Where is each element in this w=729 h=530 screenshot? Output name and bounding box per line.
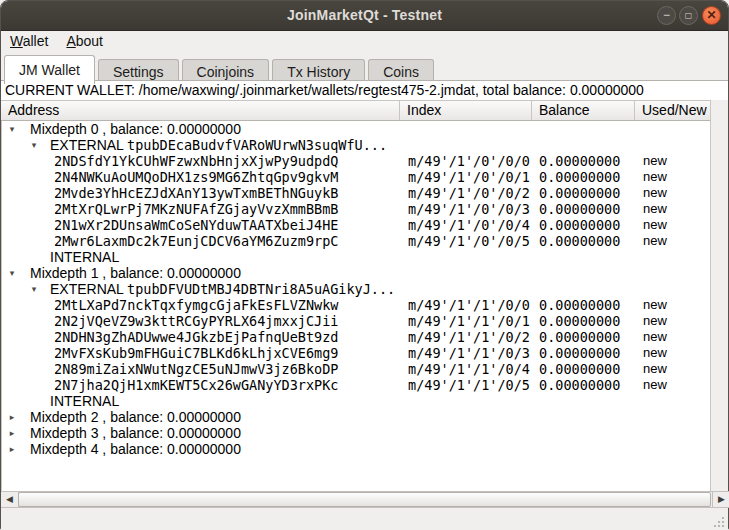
menu-accel: A <box>66 33 75 49</box>
status-value: new <box>643 361 667 377</box>
index-value: m/49'/1'/1'/0/3 <box>408 345 530 361</box>
tree-row-branch[interactable]: ▾EXTERNALtpubDEcaBudvfVARoWUrwN3suqWfU..… <box>2 137 712 153</box>
mixdepth-label: Mixdepth 4 , balance: 0.00000000 <box>30 441 241 457</box>
tree-row-address[interactable]: 2NDHN3gZhADUwwe4JGkzbEjPafnqUeBt9zdm/49'… <box>2 329 712 345</box>
table-header: AddressIndexBalanceUsed/New <box>1 100 712 121</box>
tree-row-mixdepth[interactable]: ▸Mixdepth 4 , balance: 0.00000000 <box>2 441 712 457</box>
address-value: 2N1wXr2DUnsaWmCoSeNYduwTAATXbeiJ4HE <box>54 217 338 233</box>
index-value: m/49'/1'/0'/0/0 <box>408 153 530 169</box>
title-bar[interactable]: JoinMarketQt - Testnet − ▢ ✕ <box>1 1 728 31</box>
tree-row-mixdepth[interactable]: ▸Mixdepth 2 , balance: 0.00000000 <box>2 409 712 425</box>
status-value: new <box>643 153 667 169</box>
address-value: 2MvFXsKub9mFHGuiC7BLKd6kLhjxCVE6mg9 <box>54 345 338 361</box>
branch-label: INTERNAL <box>50 249 119 265</box>
tree-row-branch[interactable]: INTERNAL <box>2 393 712 409</box>
index-value: m/49'/1'/0'/0/5 <box>408 233 530 249</box>
status-value: new <box>643 377 667 393</box>
status-value: new <box>643 233 667 249</box>
address-value: 2N4NWKuAoUMQoDHX1zs9MG6ZhtqGpv9gkvM <box>54 169 338 185</box>
address-value: 2NDHN3gZhADUwwe4JGkzbEjPafnqUeBt9zd <box>54 329 338 345</box>
address-value: 2Mwr6LaxmDc2k7EunjCDCV6aYM6Zuzm9rpC <box>54 233 338 249</box>
index-value: m/49'/1'/0'/0/2 <box>408 185 530 201</box>
mixdepth-label: Mixdepth 3 , balance: 0.00000000 <box>30 425 241 441</box>
chevron-down-icon[interactable]: ▾ <box>28 281 40 297</box>
wallet-tree: ▾Mixdepth 0 , balance: 0.00000000▾EXTERN… <box>1 121 712 491</box>
app-window: JoinMarketQt - Testnet − ▢ ✕ WalletAbout… <box>0 0 729 530</box>
maximize-icon: ▢ <box>680 7 697 24</box>
resize-grip-icon[interactable] <box>713 516 725 528</box>
tree-row-address[interactable]: 2MvFXsKub9mFHGuiC7BLKd6kLhjxCVE6mg9m/49'… <box>2 345 712 361</box>
tree-row-mixdepth[interactable]: ▸Mixdepth 3 , balance: 0.00000000 <box>2 425 712 441</box>
chevron-right-icon[interactable]: ▸ <box>6 441 18 457</box>
balance-value: 0.00000000 <box>539 185 620 201</box>
horizontal-scrollbar-thumb[interactable] <box>18 492 711 507</box>
status-bar <box>1 508 728 530</box>
index-value: m/49'/1'/1'/0/1 <box>408 313 530 329</box>
tree-row-address[interactable]: 2N1wXr2DUnsaWmCoSeNYduwTAATXbeiJ4HEm/49'… <box>2 217 712 233</box>
chevron-down-icon[interactable]: ▾ <box>6 265 18 281</box>
vertical-scrollbar[interactable] <box>710 100 728 491</box>
tree-row-address[interactable]: 2MtLXaPd7nckTqxfymgcGjaFkEsFLVZNwkwm/49'… <box>2 297 712 313</box>
column-header-used-new[interactable]: Used/New <box>635 101 712 120</box>
status-value: new <box>643 169 667 185</box>
tab-jm-wallet[interactable]: JM Wallet <box>4 55 95 84</box>
tree-row-address[interactable]: 2N4NWKuAoUMQoDHX1zs9MG6ZhtqGpv9gkvMm/49'… <box>2 169 712 185</box>
mixdepth-label: Mixdepth 1 , balance: 0.00000000 <box>30 265 241 281</box>
menu-item-wallet[interactable]: Wallet <box>1 31 57 51</box>
chevron-down-icon[interactable]: ▾ <box>28 137 40 153</box>
menu-accel: W <box>10 33 23 49</box>
minimize-button[interactable]: − <box>657 6 676 25</box>
balance-value: 0.00000000 <box>539 153 620 169</box>
status-value: new <box>643 329 667 345</box>
balance-value: 0.00000000 <box>539 377 620 393</box>
branch-label: INTERNAL <box>50 393 119 409</box>
window-title: JoinMarketQt - Testnet <box>1 7 728 23</box>
column-header-index[interactable]: Index <box>400 101 532 120</box>
address-value: 2N89miZaixNWutNgzCE5uNJmwV3jz6BkoDP <box>54 361 338 377</box>
tree-row-branch[interactable]: ▾EXTERNALtpubDFVUDtMBJ4DBTNri8A5uAGikyJ.… <box>2 281 712 297</box>
close-icon: ✕ <box>703 7 720 23</box>
balance-value: 0.00000000 <box>539 313 620 329</box>
tree-row-address[interactable]: 2Mvde3YhHcEZJdXAnY13ywTxmBEThNGuykBm/49'… <box>2 185 712 201</box>
address-value: 2MtXrQLwrPj7MKzNUFAfZGjayVvzXmmBBmB <box>54 201 338 217</box>
column-header-address[interactable]: Address <box>1 101 400 120</box>
menu-bar: WalletAbout <box>1 31 728 53</box>
balance-value: 0.00000000 <box>539 217 620 233</box>
status-value: new <box>643 313 667 329</box>
chevron-right-icon[interactable]: ▸ <box>6 409 18 425</box>
column-header-balance[interactable]: Balance <box>532 101 635 120</box>
tree-row-address[interactable]: 2Mwr6LaxmDc2k7EunjCDCV6aYM6Zuzm9rpCm/49'… <box>2 233 712 249</box>
maximize-button[interactable]: ▢ <box>679 6 698 25</box>
tree-row-branch[interactable]: INTERNAL <box>2 249 712 265</box>
branch-label: EXTERNAL <box>50 281 124 297</box>
tree-row-address[interactable]: 2N2jVQeVZ9w3kttRCGyPYRLX64jmxxjCJiim/49'… <box>2 313 712 329</box>
index-value: m/49'/1'/0'/0/3 <box>408 201 530 217</box>
tree-row-address[interactable]: 2N89miZaixNWutNgzCE5uNJmwV3jz6BkoDPm/49'… <box>2 361 712 377</box>
balance-value: 0.00000000 <box>539 329 620 345</box>
tree-row-mixdepth[interactable]: ▾Mixdepth 1 , balance: 0.00000000 <box>2 265 712 281</box>
balance-value: 0.00000000 <box>539 233 620 249</box>
branch-xpub: tpubDFVUDtMBJ4DBTNri8A5uAGikyJ... <box>127 281 395 297</box>
tree-row-address[interactable]: 2N7jha2QjH1xmKEWT5Cx26wGANyYD3rxPKcm/49'… <box>2 377 712 393</box>
address-value: 2Mvde3YhHcEZJdXAnY13ywTxmBEThNGuykB <box>54 185 338 201</box>
chevron-right-icon[interactable]: ▸ <box>6 425 18 441</box>
mixdepth-label: Mixdepth 2 , balance: 0.00000000 <box>30 409 241 425</box>
tree-row-address[interactable]: 2NDSfdY1YkCUhWFzwxNbHnjxXjwPy9udpdQm/49'… <box>2 153 712 169</box>
minimize-icon: − <box>658 7 675 24</box>
scroll-left-icon: ◀ <box>6 494 13 504</box>
balance-value: 0.00000000 <box>539 345 620 361</box>
menu-item-about[interactable]: About <box>57 31 112 51</box>
status-value: new <box>643 345 667 361</box>
index-value: m/49'/1'/1'/0/2 <box>408 329 530 345</box>
close-button[interactable]: ✕ <box>702 6 721 25</box>
chevron-down-icon[interactable]: ▾ <box>6 121 18 137</box>
horizontal-scrollbar: ◀ ▶ <box>1 491 729 508</box>
scroll-right-button[interactable]: ▶ <box>712 492 729 507</box>
tree-row-mixdepth[interactable]: ▾Mixdepth 0 , balance: 0.00000000 <box>2 121 712 137</box>
status-value: new <box>643 201 667 217</box>
tree-row-address[interactable]: 2MtXrQLwrPj7MKzNUFAfZGjayVvzXmmBBmBm/49'… <box>2 201 712 217</box>
tab-bar: JM WalletSettingsCoinjoinsTx HistoryCoin… <box>1 53 728 81</box>
scroll-left-button[interactable]: ◀ <box>1 492 19 507</box>
address-value: 2N7jha2QjH1xmKEWT5Cx26wGANyYD3rxPKc <box>54 377 338 393</box>
balance-value: 0.00000000 <box>539 297 620 313</box>
